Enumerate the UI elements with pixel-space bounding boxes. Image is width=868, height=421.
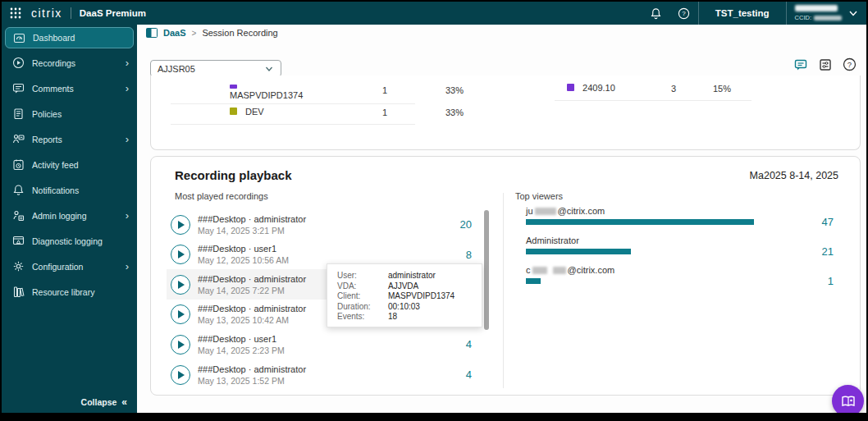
- collapse-label: Collapse: [81, 397, 117, 407]
- recording-timestamp: May 14, 2025 7:22 PM: [198, 286, 306, 295]
- chevron-right-icon: ›: [126, 260, 129, 272]
- play-button[interactable]: [171, 275, 190, 295]
- chevron-right-icon: ›: [126, 82, 129, 94]
- recording-playback-card: Recording playback Ma2025 8-14, 2025 Mos…: [150, 156, 861, 396]
- account-menu[interactable]: CCID:: [787, 5, 866, 21]
- recordings-icon: [12, 57, 25, 69]
- notifications-bell-button[interactable]: [642, 2, 670, 25]
- breadcrumb-daas-link[interactable]: DaaS: [163, 28, 186, 38]
- sidebar-item-label: Configuration: [32, 262, 83, 272]
- recording-title: ###Desktop · administrator: [198, 304, 306, 313]
- tooltip-value: 18: [388, 312, 397, 323]
- open-book-icon: [840, 393, 857, 410]
- date-range: Ma2025 8-14, 2025: [750, 170, 838, 181]
- comments-icon: [12, 82, 25, 94]
- sidebar-item-dashboard[interactable]: Dashboard: [5, 27, 134, 48]
- top-viewers-heading: Top viewers: [515, 191, 563, 201]
- most-played-recording-row[interactable]: ###Desktop · user1May 14, 2025 2:23 PM4: [167, 329, 480, 359]
- tooltip-row: User:administrator: [337, 271, 472, 281]
- app-window: citrix DaaS Premium ? TST_testing: [0, 0, 868, 421]
- citrix-logo: citrix: [31, 7, 62, 20]
- panel-toggle-icon[interactable]: [146, 28, 158, 38]
- sidebar-item-admin-logging[interactable]: Admin logging›: [2, 203, 137, 228]
- legend-row-divider: [171, 124, 415, 125]
- play-button[interactable]: [171, 215, 190, 235]
- play-count: 20: [460, 218, 480, 231]
- recording-timestamp: May 14, 2025 2:23 PM: [198, 345, 285, 355]
- chevron-right-icon: ›: [126, 57, 129, 69]
- legend-percent: 33%: [445, 108, 464, 117]
- recording-title: ###Desktop · administrator: [198, 274, 306, 284]
- screenshot-bottom-border: [2, 413, 866, 419]
- list-scrollbar-thumb[interactable]: [484, 210, 489, 330]
- play-icon: [178, 371, 185, 379]
- viewer-name-redacted: [553, 267, 566, 274]
- feedback-button[interactable]: [793, 57, 807, 71]
- viewer-play-bar: [526, 219, 754, 225]
- main-content: DaaS > Session Recording AJJSR05: [137, 25, 868, 416]
- help-circle-button[interactable]: ?: [843, 57, 857, 71]
- admin-logging-icon: [12, 209, 25, 222]
- activity-feed-icon: [12, 158, 25, 171]
- sidebar-item-notifications[interactable]: Notifications: [2, 177, 137, 203]
- sidebar-item-comments[interactable]: Comments›: [2, 76, 137, 101]
- top-viewer-row: Administrator: [526, 236, 846, 254]
- sidebar-item-diagnostic-logging[interactable]: Diagnostic logging: [2, 228, 137, 254]
- play-button[interactable]: [171, 365, 190, 385]
- most-played-recording-row[interactable]: ###Desktop · administratorMay 13, 2025 1…: [167, 359, 480, 390]
- legend-row-divider: [555, 100, 752, 101]
- sidebar-item-configuration[interactable]: Configuration›: [2, 254, 137, 279]
- breadcrumb-current-page: Session Recording: [202, 28, 277, 38]
- play-icon: [178, 281, 185, 289]
- survey-settings-button[interactable]: [818, 57, 832, 71]
- viewer-play-count: 1: [828, 275, 834, 287]
- play-button[interactable]: [171, 304, 190, 324]
- recording-title: ###Desktop · administrator: [198, 214, 306, 224]
- play-icon: [178, 221, 185, 229]
- feedback-comment-icon: [794, 58, 807, 71]
- ccid-value-redacted: [814, 16, 842, 21]
- site-select-dropdown[interactable]: AJJSR05: [150, 60, 281, 77]
- tooltip-label: Duration:: [337, 302, 388, 313]
- play-count: 4: [466, 338, 480, 350]
- sidebar-item-resource-library[interactable]: Resource library: [2, 279, 137, 304]
- account-name-redacted: [795, 5, 838, 11]
- legend-count: 3: [671, 84, 676, 94]
- sidebar-item-activity-feed[interactable]: Activity feed: [2, 152, 137, 177]
- play-count: 8: [466, 249, 480, 261]
- tooltip-row: Events:18: [337, 312, 472, 323]
- sidebar-item-label: Policies: [32, 109, 62, 119]
- help-button[interactable]: ?: [670, 2, 698, 25]
- chevron-right-icon: ›: [126, 133, 129, 145]
- help-icon: ?: [843, 57, 857, 71]
- recording-details-tooltip: User:administratorVDA:AJJVDAClient:MASPV…: [327, 263, 482, 327]
- policies-icon: [12, 108, 25, 120]
- top-viewer-row: c @citrix.com: [526, 265, 846, 284]
- play-button[interactable]: [171, 335, 190, 355]
- top-viewer-row: ju@citrix.com: [526, 206, 846, 225]
- recording-timestamp: May 14, 2025 3:21 PM: [198, 226, 306, 236]
- recording-title: ###Desktop · user1: [198, 334, 285, 344]
- viewer-play-count: 47: [822, 216, 834, 228]
- legend-label: DEV: [245, 107, 264, 117]
- tooltip-value: administrator: [388, 271, 436, 281]
- settings-sliders-icon: [819, 58, 832, 71]
- card-title: Recording playback: [175, 168, 292, 182]
- sidebar-item-recordings[interactable]: Recordings›: [2, 50, 137, 76]
- chevron-down-icon: [264, 64, 274, 74]
- most-played-recording-row[interactable]: ###Desktop · administratorMay 14, 2025 3…: [167, 209, 480, 240]
- tooltip-label: Client:: [337, 291, 388, 302]
- configuration-icon: [12, 260, 25, 272]
- tooltip-label: Events:: [337, 312, 388, 323]
- sidebar-item-policies[interactable]: Policies: [2, 101, 137, 126]
- sidebar-item-label: Dashboard: [33, 33, 75, 43]
- sidebar: DashboardRecordings›Comments›PoliciesRep…: [2, 25, 137, 416]
- sidebar-collapse-button[interactable]: Collapse«: [81, 396, 127, 408]
- reports-icon: [12, 133, 25, 145]
- column-divider: [503, 193, 504, 388]
- tooltip-value: 00:10:03: [388, 302, 420, 313]
- sidebar-item-reports[interactable]: Reports›: [2, 126, 137, 152]
- play-button[interactable]: [171, 245, 190, 264]
- legend-count: 1: [382, 85, 387, 95]
- app-grid-icon[interactable]: [10, 7, 21, 19]
